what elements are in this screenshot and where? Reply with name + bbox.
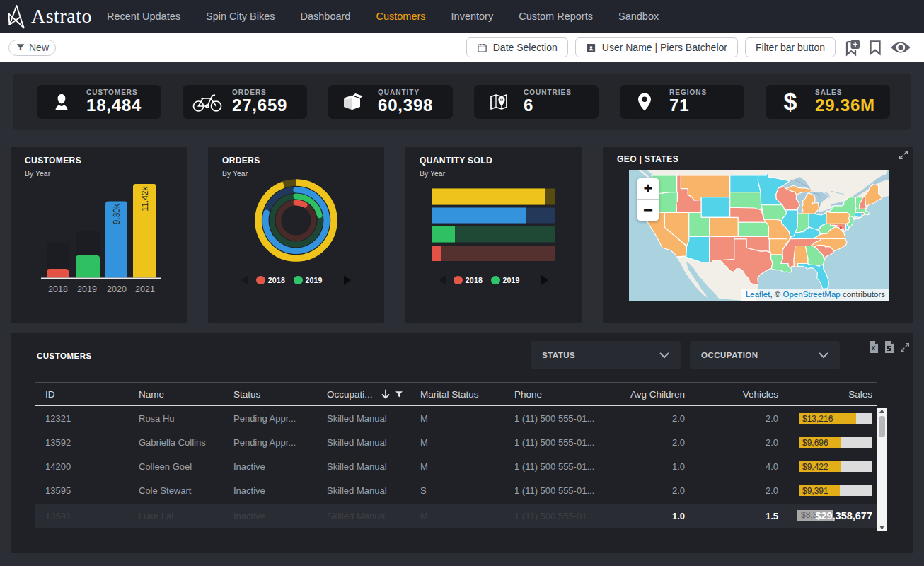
svg-text:2021: 2021 bbox=[135, 284, 155, 294]
svg-text:X: X bbox=[871, 345, 875, 352]
svg-text:2020: 2020 bbox=[107, 284, 127, 294]
svg-text:2019: 2019 bbox=[77, 284, 97, 294]
svg-text:2018: 2018 bbox=[48, 284, 68, 294]
svg-text:9.30k: 9.30k bbox=[112, 203, 122, 224]
svg-text:$: $ bbox=[784, 88, 797, 115]
svg-text:11.42k: 11.42k bbox=[140, 186, 150, 212]
